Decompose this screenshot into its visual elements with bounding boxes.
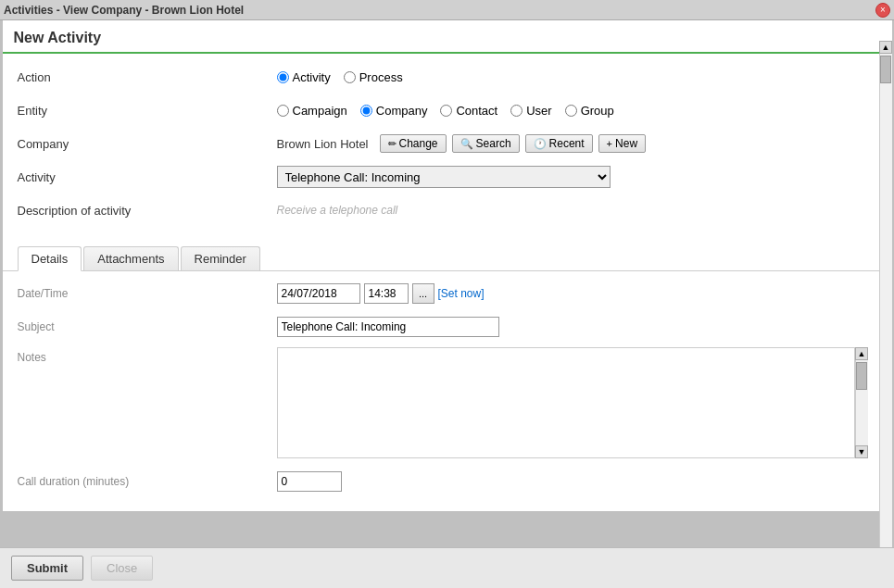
tabs-bar: Details Attachments Reminder <box>3 246 892 271</box>
radio-group-input[interactable] <box>565 105 577 117</box>
tab-details-content: Date/Time ... [Set now] Subject Notes ▲ <box>3 271 892 511</box>
radio-contact[interactable]: Contact <box>440 104 497 118</box>
notes-label: Notes <box>18 347 277 364</box>
radio-user[interactable]: User <box>510 104 551 118</box>
bottom-bar: Submit Close <box>0 547 894 588</box>
radio-contact-input[interactable] <box>440 105 452 117</box>
search-icon: 🔍 <box>460 138 473 150</box>
notes-scrollbar[interactable]: ▲ ▼ <box>855 347 868 458</box>
company-controls: Brown Lion Hotel ✏ Change 🔍 Search 🕐 Rec… <box>277 134 868 153</box>
set-now-link[interactable]: [Set now] <box>438 287 485 300</box>
subject-row: Subject <box>18 314 868 340</box>
subject-input[interactable] <box>277 317 499 337</box>
form-area: Action Activity Process Entity Campaign <box>3 54 892 239</box>
radio-campaign-label: Campaign <box>293 104 347 118</box>
radio-contact-label: Contact <box>456 104 497 118</box>
scroll-thumb[interactable] <box>880 56 891 83</box>
change-icon: ✏ <box>388 138 397 150</box>
search-button-label: Search <box>476 137 511 150</box>
radio-user-label: User <box>526 104 551 118</box>
tab-details[interactable]: Details <box>18 246 82 271</box>
call-duration-label: Call duration (minutes) <box>18 475 277 488</box>
date-input[interactable] <box>277 283 360 304</box>
recent-icon: 🕐 <box>534 138 547 150</box>
radio-group-label: Group <box>581 104 614 118</box>
subject-label: Subject <box>18 320 277 333</box>
change-button-label: Change <box>399 137 438 150</box>
dialog-title: New Activity <box>14 30 881 46</box>
datetime-label: Date/Time <box>18 287 277 300</box>
radio-group[interactable]: Group <box>565 104 614 118</box>
description-label: Description of activity <box>18 204 277 218</box>
dialog-header: New Activity <box>3 20 892 54</box>
time-input[interactable] <box>364 283 409 304</box>
company-name-value: Brown Lion Hotel <box>277 137 369 151</box>
tab-reminder[interactable]: Reminder <box>181 246 260 270</box>
activity-label: Activity <box>18 170 277 184</box>
radio-process[interactable]: Process <box>344 70 403 84</box>
radio-company-label: Company <box>376 104 428 118</box>
activity-controls: Telephone Call: Incoming Telephone Call:… <box>277 166 868 188</box>
recent-button-label: Recent <box>549 137 585 150</box>
call-duration-input[interactable] <box>277 471 342 492</box>
radio-user-input[interactable] <box>510 105 523 117</box>
datetime-picker-button[interactable]: ... <box>412 283 434 304</box>
radio-process-input[interactable] <box>344 71 356 83</box>
notes-scroll-down[interactable]: ▼ <box>855 445 868 458</box>
notes-scroll-up[interactable]: ▲ <box>855 347 868 360</box>
radio-company-input[interactable] <box>360 105 372 117</box>
recent-button[interactable]: 🕐 Recent <box>525 134 593 153</box>
title-bar: Activities - View Company - Brown Lion H… <box>0 0 894 20</box>
description-row: Description of activity Receive a teleph… <box>18 196 868 224</box>
datetime-row: Date/Time ... [Set now] <box>18 281 868 307</box>
action-row: Action Activity Process <box>18 63 868 91</box>
radio-activity-input[interactable] <box>277 71 289 83</box>
new-button-label: New <box>615 137 637 150</box>
activity-row: Activity Telephone Call: Incoming Teleph… <box>18 163 868 191</box>
radio-campaign[interactable]: Campaign <box>277 104 347 118</box>
company-label: Company <box>18 137 277 151</box>
entity-label: Entity <box>18 104 277 118</box>
company-row: Company Brown Lion Hotel ✏ Change 🔍 Sear… <box>18 130 868 157</box>
datetime-controls: ... [Set now] <box>277 283 868 304</box>
action-controls: Activity Process <box>277 70 868 84</box>
radio-activity[interactable]: Activity <box>277 70 331 84</box>
radio-process-label: Process <box>359 70 403 84</box>
notes-scroll-thumb[interactable] <box>856 362 867 390</box>
description-controls: Receive a telephone call <box>277 204 868 217</box>
main-scrollbar[interactable]: ▲ ▼ <box>879 41 892 569</box>
radio-activity-label: Activity <box>293 70 331 84</box>
call-duration-row: Call duration (minutes) <box>18 469 868 494</box>
subject-controls <box>277 317 868 337</box>
tab-attachments[interactable]: Attachments <box>83 246 178 270</box>
search-button[interactable]: 🔍 Search <box>452 134 520 153</box>
new-button[interactable]: + New <box>598 134 646 153</box>
new-icon: + <box>607 138 612 149</box>
radio-campaign-input[interactable] <box>277 105 289 117</box>
description-text: Receive a telephone call <box>277 204 398 217</box>
close-window-button[interactable]: × <box>875 3 890 18</box>
notes-wrapper: ▲ ▼ <box>277 347 868 461</box>
action-label: Action <box>18 70 277 84</box>
change-button[interactable]: ✏ Change <box>380 134 447 153</box>
entity-row: Entity Campaign Company Contact User <box>18 96 868 124</box>
notes-textarea[interactable] <box>277 347 855 458</box>
call-duration-controls <box>277 471 868 492</box>
notes-row: Notes ▲ ▼ <box>18 347 868 461</box>
title-bar-text: Activities - View Company - Brown Lion H… <box>4 4 244 17</box>
activity-select[interactable]: Telephone Call: Incoming Telephone Call:… <box>277 166 611 188</box>
submit-button[interactable]: Submit <box>11 556 83 581</box>
close-button[interactable]: Close <box>91 556 153 581</box>
dialog: ▲ ▼ New Activity Action Activity Process <box>3 20 892 511</box>
entity-controls: Campaign Company Contact User Group <box>277 104 868 118</box>
radio-company[interactable]: Company <box>360 104 428 118</box>
scroll-up-arrow[interactable]: ▲ <box>879 41 892 54</box>
